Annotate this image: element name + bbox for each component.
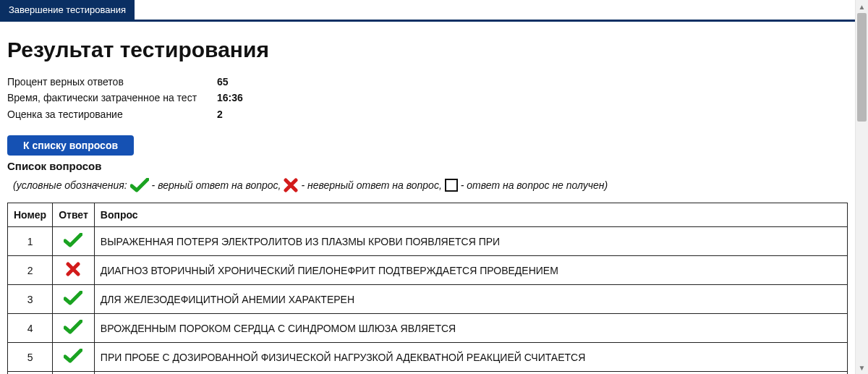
cell-num: 2 xyxy=(8,256,53,285)
cell-answer xyxy=(53,285,95,314)
cell-answer xyxy=(53,256,95,285)
check-icon xyxy=(64,349,82,363)
table-row: 1ВЫРАЖЕННАЯ ПОТЕРЯ ЭЛЕКТРОЛИТОВ ИЗ ПЛАЗМ… xyxy=(8,227,848,256)
cell-question: ВЫРАЖЕННАЯ ПОТЕРЯ ЭЛЕКТРОЛИТОВ ИЗ ПЛАЗМЫ… xyxy=(94,227,847,256)
stats-label: Оценка за тестирование xyxy=(7,106,217,122)
stats-block: Процент верных ответов 65 Время, фактиче… xyxy=(7,74,848,122)
questions-table: Номер Ответ Вопрос 1ВЫРАЖЕННАЯ ПОТЕРЯ ЭЛ… xyxy=(7,203,848,374)
scroll-down-arrow-icon[interactable]: ▼ xyxy=(856,361,868,374)
stats-row-grade: Оценка за тестирование 2 xyxy=(7,106,848,122)
cell-num: 3 xyxy=(8,285,53,314)
col-header-num: Номер xyxy=(8,203,53,227)
table-row: 3ДЛЯ ЖЕЛЕЗОДЕФИЦИТНОЙ АНЕМИИ ХАРАКТЕРЕН xyxy=(8,285,848,314)
table-header-row: Номер Ответ Вопрос xyxy=(8,203,848,227)
scrollbar-track[interactable] xyxy=(857,13,867,361)
cell-question: ДИАГНОЗ ВТОРИЧНЫЙ ХРОНИЧЕСКИЙ ПИЕЛОНЕФРИ… xyxy=(94,256,847,285)
table-row: 4ВРОЖДЕННЫМ ПОРОКОМ СЕРДЦА С СИНДРОМОМ Ш… xyxy=(8,314,848,343)
legend-prefix: (условные обозначения: xyxy=(13,179,127,191)
cell-question: ДЛЯ ЖЕЛЕЗОДЕФИЦИТНОЙ АНЕМИИ ХАРАКТЕРЕН xyxy=(94,285,847,314)
scroll-up-arrow-icon[interactable]: ▲ xyxy=(856,0,868,13)
check-icon xyxy=(64,233,82,247)
tab-test-completion[interactable]: Завершение тестирования xyxy=(0,0,135,20)
stats-label: Процент верных ответов xyxy=(7,74,217,90)
stats-row-percent: Процент верных ответов 65 xyxy=(7,74,848,90)
content-area: Завершение тестирования Результат тестир… xyxy=(0,0,855,374)
cell-question: ПРИ ПРОБЕ С ДОЗИРОВАННОЙ ФИЗИЧЕСКОЙ НАГР… xyxy=(94,343,847,372)
table-row: 2ДИАГНОЗ ВТОРИЧНЫЙ ХРОНИЧЕСКИЙ ПИЕЛОНЕФР… xyxy=(8,256,848,285)
stats-value: 2 xyxy=(217,106,223,122)
table-row: 5ПРИ ПРОБЕ С ДОЗИРОВАННОЙ ФИЗИЧЕСКОЙ НАГ… xyxy=(8,343,848,372)
cell-answer xyxy=(53,227,95,256)
check-icon xyxy=(130,178,149,192)
legend-incorrect: - неверный ответ на вопрос, xyxy=(301,179,441,191)
to-questions-button[interactable]: К списку вопросов xyxy=(7,135,134,156)
cell-num: 4 xyxy=(8,314,53,343)
cross-icon xyxy=(284,178,298,192)
viewport: Завершение тестирования Результат тестир… xyxy=(0,0,868,374)
stats-value: 65 xyxy=(217,74,229,90)
scrollbar-thumb[interactable] xyxy=(857,13,867,122)
legend: (условные обозначения: - верный ответ на… xyxy=(13,178,848,192)
button-label: К списку вопросов xyxy=(23,140,118,151)
col-header-ans: Ответ xyxy=(53,203,95,227)
header-separator xyxy=(0,20,855,22)
check-icon xyxy=(64,291,82,305)
stats-row-time: Время, фактически затраченное на тест 16… xyxy=(7,90,848,106)
legend-noanswer: - ответ на вопрос не получен) xyxy=(461,179,608,191)
page-title: Результат тестирования xyxy=(7,38,848,62)
stats-value: 16:36 xyxy=(217,90,243,106)
vertical-scrollbar[interactable]: ▲ ▼ xyxy=(855,0,868,374)
empty-box-icon xyxy=(445,179,458,192)
questions-section-title: Список вопросов xyxy=(7,160,848,172)
legend-correct: - верный ответ на вопрос, xyxy=(152,179,281,191)
cell-num: 1 xyxy=(8,227,53,256)
cell-question: ВРОЖДЕННЫМ ПОРОКОМ СЕРДЦА С СИНДРОМОМ ШЛ… xyxy=(94,314,847,343)
cross-icon xyxy=(66,262,80,276)
cell-num: 5 xyxy=(8,343,53,372)
col-header-q: Вопрос xyxy=(94,203,847,227)
stats-label: Время, фактически затраченное на тест xyxy=(7,90,217,106)
tab-bar: Завершение тестирования xyxy=(0,0,855,20)
cell-answer xyxy=(53,314,95,343)
tab-label: Завершение тестирования xyxy=(9,4,126,15)
check-icon xyxy=(64,320,82,334)
cell-answer xyxy=(53,343,95,372)
